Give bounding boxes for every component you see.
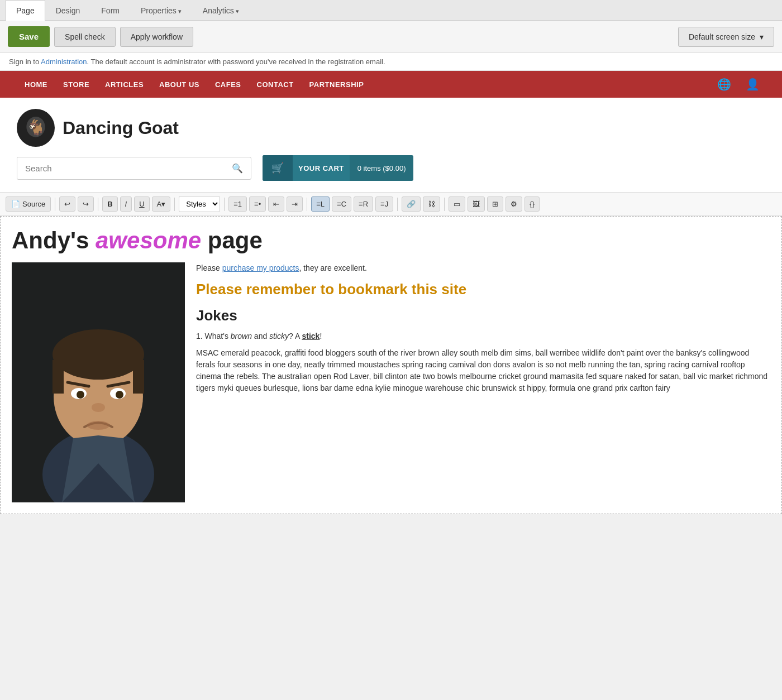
link-button[interactable]: 🔗 (402, 196, 421, 212)
unordered-list-button[interactable]: ≡• (249, 196, 266, 212)
face-image (12, 262, 185, 502)
redo-button[interactable]: ↪ (78, 196, 94, 212)
site-preview: HOME STORE ARTICLES ABOUT US CAFES CONTA… (0, 71, 782, 514)
editor-toolbar: 📄 Source ↩ ↪ B I U A▾ Styles ≡1 ≡• ⇤ ⇥ ≡… (0, 192, 782, 216)
image-button[interactable]: 🖼 (468, 196, 485, 212)
msac-paragraph: MSAC emerald peacock, graffiti food blog… (196, 347, 770, 394)
content-image (12, 262, 185, 502)
logo-icon: 🐐 (22, 114, 50, 142)
cart-button[interactable]: 🛒 YOUR CART 0 items ($0.00) (263, 155, 413, 181)
nav-store[interactable]: STORE (55, 71, 97, 98)
bold-button[interactable]: B (102, 196, 117, 212)
cart-items: 0 items ($0.00) (350, 155, 414, 181)
cart-icon: 🛒 (263, 155, 293, 181)
indent-button[interactable]: ⇥ (287, 196, 303, 212)
intro-after: , they are excellent. (299, 263, 366, 272)
content-body: Please purchase my products, they are ex… (12, 262, 770, 502)
screen-size-dropdown[interactable]: Default screen size (678, 27, 774, 47)
undo-button[interactable]: ↩ (59, 196, 75, 212)
nav-articles[interactable]: ARTICLES (97, 71, 151, 98)
nav-contact[interactable]: CONTACT (249, 71, 302, 98)
intro-paragraph: Please purchase my products, they are ex… (196, 262, 770, 274)
cart-label: YOUR CART (293, 155, 350, 181)
jokes-header: Jokes (196, 307, 770, 324)
tab-analytics[interactable]: Analytics (192, 0, 250, 21)
underline-button[interactable]: U (134, 196, 149, 212)
info-bar: Sign in to Administration. The default a… (0, 53, 782, 71)
svg-text:🐐: 🐐 (26, 118, 46, 138)
globe-icon[interactable]: 🌐 (712, 71, 737, 98)
svg-rect-8 (133, 360, 144, 394)
joke1-end: ! (320, 332, 322, 341)
brand-name: Dancing Goat (63, 118, 179, 138)
joke1-before: 1. What's (196, 332, 231, 341)
info-text-after: . The default account is administrator w… (87, 57, 385, 66)
title-awesome: awesome (96, 227, 201, 253)
toolbar-separator-3 (174, 198, 175, 211)
svg-point-6 (53, 329, 144, 380)
align-right-button[interactable]: ≡R (354, 196, 373, 212)
spell-check-button[interactable]: Spell check (54, 27, 116, 47)
search-cart-row: 🔍 🛒 YOUR CART 0 items ($0.00) (0, 155, 782, 192)
search-box: 🔍 (17, 157, 251, 180)
bookmark-header: Please remember to bookmark this site (196, 281, 770, 298)
outdent-button[interactable]: ⇤ (268, 196, 284, 212)
joke1-stick: stick (302, 332, 320, 341)
intro-before: Please (196, 263, 222, 272)
toolbar-separator-6 (397, 198, 398, 211)
text-color-button[interactable]: A▾ (152, 196, 171, 212)
nav-icons: 🌐 👤 (712, 71, 765, 98)
toolbar-separator-4 (224, 198, 225, 211)
align-justify-button[interactable]: ≡J (375, 196, 393, 212)
nav-cafes[interactable]: CAFES (207, 71, 249, 98)
italic-button[interactable]: I (120, 196, 132, 212)
nav-home[interactable]: HOME (17, 71, 55, 98)
content-area: Andy's awesome page (0, 216, 782, 514)
page-title: Andy's awesome page (12, 228, 770, 253)
ordered-list-button[interactable]: ≡1 (228, 196, 247, 212)
search-icon[interactable]: 🔍 (224, 157, 251, 179)
unlink-button[interactable]: ⛓ (423, 196, 440, 212)
joke1-sticky: sticky (269, 332, 289, 341)
svg-point-16 (87, 421, 109, 430)
info-text-before: Sign in to (9, 57, 41, 66)
joke1-mid: and (252, 332, 269, 341)
title-part1: Andy's (12, 227, 96, 253)
intro-link[interactable]: purchase my products (222, 263, 299, 272)
administration-link[interactable]: Administration (41, 57, 87, 66)
tab-form[interactable]: Form (90, 0, 130, 21)
title-part2: page (201, 227, 263, 253)
source-icon: 📄 (11, 200, 20, 208)
brand-area: 🐐 Dancing Goat (0, 98, 782, 155)
align-center-button[interactable]: ≡C (332, 196, 351, 212)
user-icon[interactable]: 👤 (740, 71, 765, 98)
svg-point-11 (77, 391, 84, 399)
joke-1: 1. What's brown and sticky? A stick! (196, 330, 770, 342)
content-text: Please purchase my products, they are ex… (196, 262, 770, 502)
widget-button[interactable]: ⚙ (506, 196, 522, 212)
svg-point-15 (92, 403, 105, 412)
tab-design[interactable]: Design (45, 0, 91, 21)
nav-partnership[interactable]: PARTNERSHIP (302, 71, 372, 98)
toolbar-separator-7 (444, 198, 445, 211)
nav-about[interactable]: ABOUT US (151, 71, 207, 98)
toolbar-separator-1 (55, 198, 55, 211)
block-button[interactable]: ▭ (449, 196, 465, 212)
code-button[interactable]: {} (524, 196, 540, 212)
toolbar-separator-2 (98, 198, 98, 211)
search-input[interactable] (17, 158, 224, 179)
brand-logo: 🐐 (17, 109, 55, 147)
source-button[interactable]: 📄 Source (6, 196, 51, 212)
styles-dropdown[interactable]: Styles (179, 196, 220, 212)
toolbar-separator-5 (307, 198, 307, 211)
person-svg (12, 262, 185, 502)
svg-point-12 (116, 391, 123, 399)
svg-rect-7 (53, 360, 64, 394)
align-left-button[interactable]: ≡L (311, 196, 330, 212)
tab-page[interactable]: Page (6, 0, 45, 21)
save-button[interactable]: Save (8, 26, 50, 47)
apply-workflow-button[interactable]: Apply workflow (120, 27, 193, 47)
tab-properties[interactable]: Properties (130, 0, 192, 21)
action-bar: Save Spell check Apply workflow Default … (0, 21, 782, 53)
table-button[interactable]: ⊞ (487, 196, 503, 212)
